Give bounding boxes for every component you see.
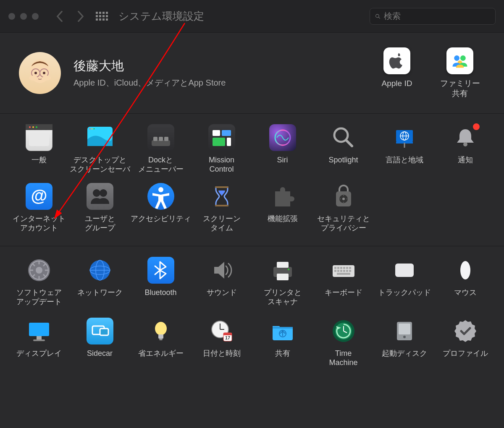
svg-point-9: [42, 76, 51, 81]
grid-view-button[interactable]: [93, 8, 110, 25]
svg-point-21: [93, 128, 94, 129]
pref-label: スクリーン タイム: [203, 214, 241, 233]
disk-icon: [391, 318, 418, 344]
svg-point-6: [34, 72, 37, 74]
pref-sound[interactable]: サウンド: [191, 257, 252, 307]
pref-screen-time[interactable]: スクリーン タイム: [191, 183, 252, 233]
svg-rect-45: [215, 205, 228, 206]
pref-date-time[interactable]: 17 日付と時刻: [191, 318, 252, 368]
display-icon: [26, 318, 52, 344]
close-button[interactable]: [8, 13, 15, 20]
pref-siri[interactable]: Siri: [252, 124, 313, 175]
dock-icon: [147, 124, 174, 151]
pref-desktop[interactable]: デスクトップと スクリーンセーバ: [69, 124, 130, 175]
mission-control-icon: [208, 124, 235, 151]
svg-point-43: [158, 187, 163, 192]
chevron-right-icon: [77, 11, 84, 22]
pref-language[interactable]: 言語と地域: [374, 124, 435, 175]
svg-rect-92: [100, 329, 108, 335]
svg-point-41: [93, 189, 100, 197]
trackpad-icon: [391, 257, 418, 284]
pref-sidecar[interactable]: Sidecar: [69, 318, 130, 368]
nav-forward-button[interactable]: [72, 8, 89, 25]
svg-rect-84: [349, 270, 351, 272]
svg-rect-80: [337, 270, 339, 272]
pref-displays[interactable]: ディスプレイ: [8, 318, 69, 368]
svg-rect-76: [343, 267, 345, 269]
spotlight-icon: [330, 124, 357, 151]
svg-point-7: [43, 72, 45, 74]
svg-point-14: [29, 126, 31, 128]
svg-line-1: [378, 17, 380, 18]
pref-label: キーボード: [325, 288, 362, 307]
pref-trackpad[interactable]: トラックパッド: [374, 257, 435, 307]
pref-general[interactable]: 一般: [8, 124, 69, 175]
security-icon: [330, 183, 357, 210]
nav-back-button[interactable]: [51, 8, 68, 25]
pref-label: デスクトップと スクリーンセーバ: [70, 155, 130, 175]
pref-bluetooth[interactable]: Bluetooth: [130, 257, 191, 307]
pref-security[interactable]: セキュリティと プライバシー: [313, 183, 374, 233]
clock-icon: 17: [208, 318, 235, 344]
pref-sharing[interactable]: 共有: [252, 318, 313, 368]
pref-time-machine[interactable]: Time Machine: [313, 318, 374, 368]
pref-startup-disk[interactable]: 起動ディスク: [374, 318, 435, 368]
pref-keyboard[interactable]: キーボード: [313, 257, 374, 307]
grid-row-2: @ インターネット アカウント ユーザと グループ アクセシビリティ スクリーン…: [8, 183, 496, 233]
pref-accessibility[interactable]: アクセシビリティ: [130, 183, 191, 233]
pref-mouse[interactable]: マウス: [435, 257, 496, 307]
pref-printers[interactable]: プリンタと スキャナ: [252, 257, 313, 307]
svg-point-20: [91, 128, 92, 129]
bluetooth-icon: [147, 257, 174, 284]
pref-mission-control[interactable]: Mission Control: [191, 124, 252, 175]
pref-energy-saver[interactable]: 省エネルギー: [130, 318, 191, 368]
pref-label: トラックパッド: [378, 288, 431, 307]
minimize-button[interactable]: [20, 13, 27, 20]
pref-profiles[interactable]: プロファイル: [435, 318, 496, 368]
apple-id-pref[interactable]: Apple ID: [372, 47, 422, 99]
pref-users-groups[interactable]: ユーザと グループ: [69, 183, 130, 233]
svg-point-19: [89, 128, 90, 129]
network-icon: [87, 257, 113, 284]
svg-text:17: 17: [225, 335, 230, 340]
pref-label: マウス: [454, 288, 477, 307]
window-toolbar: システム環境設定: [0, 0, 504, 33]
svg-rect-69: [277, 262, 289, 268]
notification-badge: [472, 123, 480, 131]
chevron-left-icon: [56, 11, 63, 22]
svg-point-11: [460, 55, 466, 61]
svg-rect-108: [399, 324, 410, 334]
mouse-icon: [452, 257, 479, 284]
svg-rect-74: [337, 267, 339, 269]
pref-label: Bluetooth: [144, 288, 176, 307]
svg-point-48: [342, 198, 345, 200]
pref-network[interactable]: ネットワーク: [69, 257, 130, 307]
pref-internet-accounts[interactable]: @ インターネット アカウント: [8, 183, 69, 233]
svg-rect-88: [29, 323, 49, 336]
apple-id-label: Apple ID: [372, 78, 422, 89]
svg-point-55: [36, 267, 42, 274]
search-input[interactable]: [384, 11, 490, 21]
pref-spotlight[interactable]: Spotlight: [313, 124, 374, 175]
pref-label: ディスプレイ: [16, 349, 62, 368]
pref-software-update[interactable]: ソフトウェア アップデート: [8, 257, 69, 307]
pref-label: 日付と時刻: [203, 349, 241, 368]
svg-rect-95: [159, 339, 163, 340]
zoom-button[interactable]: [32, 13, 39, 20]
pref-label: アクセシビリティ: [131, 214, 191, 233]
hourglass-icon: [208, 183, 235, 210]
pref-notifications[interactable]: 通知: [435, 124, 496, 175]
checkmark-seal-icon: [452, 318, 479, 344]
apple-id-icon: [383, 47, 410, 74]
pref-label: 一般: [32, 155, 47, 175]
search-field[interactable]: [370, 8, 496, 25]
pref-dock[interactable]: Dockと メニューバー: [130, 124, 191, 175]
svg-point-10: [454, 55, 459, 61]
siri-icon: [269, 124, 296, 151]
pref-extensions[interactable]: 機能拡張: [252, 183, 313, 233]
user-avatar[interactable]: [19, 52, 61, 94]
family-sharing-pref[interactable]: ファミリー 共有: [435, 47, 485, 99]
pref-label: インターネット アカウント: [13, 214, 66, 233]
time-machine-icon: [330, 318, 357, 344]
pref-label: Dockと メニューバー: [138, 155, 184, 175]
